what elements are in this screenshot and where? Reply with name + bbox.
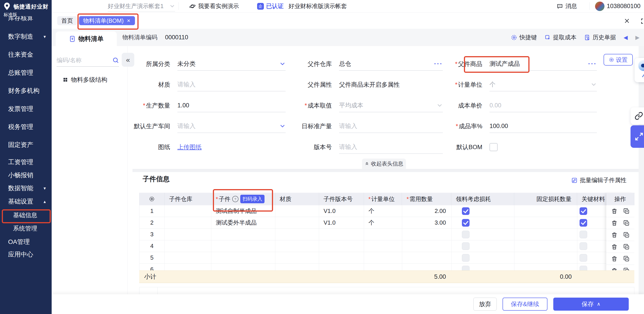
- close-icon[interactable]: [126, 18, 131, 23]
- cell-unit[interactable]: [364, 229, 402, 240]
- cell-material[interactable]: [275, 240, 319, 252]
- cell-unit[interactable]: [364, 252, 402, 264]
- expand-widget[interactable]: [630, 125, 644, 148]
- cell-sub-item[interactable]: [211, 252, 275, 264]
- prod-qty-input[interactable]: 1.00: [178, 99, 286, 112]
- delete-icon[interactable]: [611, 232, 618, 238]
- save-button[interactable]: 保存 ∧: [553, 298, 629, 311]
- key-material-checkbox[interactable]: [580, 242, 587, 250]
- cell-sub-warehouse[interactable]: [164, 217, 211, 229]
- collapse-panel-button[interactable]: «: [122, 53, 134, 67]
- cell-sub-item[interactable]: 测试自制半成品: [211, 205, 275, 217]
- cell-fixed-loss[interactable]: [514, 240, 577, 252]
- cell-fixed-loss[interactable]: [514, 205, 577, 217]
- sidebar-item-inventory-accounting[interactable]: 库存核算: [0, 16, 52, 24]
- version-input[interactable]: 请输入: [339, 140, 443, 154]
- history-docs-button[interactable]: 历史单据: [584, 34, 616, 41]
- account-set-select[interactable]: 好业财生产演示帐套1: [108, 1, 175, 12]
- key-material-checkbox[interactable]: [580, 254, 587, 262]
- scrollbar[interactable]: [638, 46, 644, 294]
- cell-sub-version[interactable]: V1.0: [319, 205, 364, 217]
- cell-req-qty[interactable]: 2.00: [402, 205, 452, 217]
- sidebar-item-receivables-funds[interactable]: 往来资金: [0, 49, 52, 60]
- loss-checkbox[interactable]: [462, 207, 470, 215]
- loss-checkbox[interactable]: [462, 219, 470, 227]
- material-input[interactable]: 请输入: [178, 78, 286, 92]
- key-material-checkbox[interactable]: [580, 219, 587, 227]
- cell-req-qty[interactable]: [402, 240, 452, 252]
- delete-icon[interactable]: [611, 220, 618, 226]
- sidebar-item-basic-info[interactable]: 基础信息: [0, 210, 52, 220]
- parent-product-picker[interactable]: 测试产成品 ···: [490, 57, 597, 71]
- unit-select[interactable]: 个: [490, 78, 597, 92]
- delete-icon[interactable]: [611, 256, 618, 262]
- key-material-checkbox[interactable]: [580, 231, 587, 238]
- sidebar-item-system-management[interactable]: 系统管理: [0, 223, 52, 234]
- cell-sub-version[interactable]: [319, 240, 364, 252]
- tab-home[interactable]: 首页: [57, 16, 77, 25]
- cell-sub-version[interactable]: [319, 252, 364, 264]
- cell-sub-warehouse[interactable]: [164, 229, 211, 240]
- sidebar-item-general-ledger[interactable]: 总账管理: [0, 68, 52, 78]
- cell-req-qty[interactable]: [402, 229, 452, 240]
- sidebar-item-invoice-management[interactable]: 发票管理: [0, 104, 52, 114]
- close-all-icon[interactable]: [624, 18, 630, 24]
- loss-checkbox[interactable]: [462, 254, 470, 262]
- category-select[interactable]: 未分类: [178, 57, 286, 71]
- sidebar-item-multi-org-finance[interactable]: 财务多机构: [0, 85, 52, 96]
- search-icon[interactable]: [112, 57, 119, 64]
- cell-material[interactable]: [275, 229, 319, 240]
- delete-icon[interactable]: [611, 244, 618, 250]
- sidebar-item-digital-manufacturing[interactable]: 数字制造▾: [0, 31, 52, 42]
- discard-button[interactable]: 放弃: [473, 298, 497, 311]
- workshop-select[interactable]: 请输入: [178, 120, 286, 133]
- fullscreen-icon[interactable]: [640, 18, 644, 24]
- sidebar-item-tax-management[interactable]: 税务管理: [0, 122, 52, 132]
- sidebar-item-data-intelligence[interactable]: 数据智能▾: [0, 183, 52, 194]
- cell-sub-item[interactable]: [211, 229, 275, 240]
- cost-price-input[interactable]: 0.00: [490, 99, 597, 112]
- parent-warehouse-picker[interactable]: 总仓 ···: [339, 57, 443, 71]
- cell-sub-item[interactable]: [211, 240, 275, 252]
- sidebar-item-oa-management[interactable]: OA管理: [0, 236, 52, 247]
- cell-unit[interactable]: [364, 240, 402, 252]
- column-settings-gear-icon[interactable]: [149, 196, 155, 202]
- sidebar-item-payroll[interactable]: 工资管理: [0, 157, 52, 168]
- cell-unit[interactable]: 个: [364, 217, 402, 229]
- cell-sub-version[interactable]: V1.0: [319, 217, 364, 229]
- upload-drawing-link[interactable]: 上传图纸: [178, 143, 202, 151]
- next-doc-icon[interactable]: ▶: [636, 34, 640, 41]
- cell-sub-warehouse[interactable]: [164, 205, 211, 217]
- sidebar-item-basic-settings[interactable]: 基础设置▴: [0, 196, 52, 207]
- save-continue-button[interactable]: 保存&继续: [502, 298, 548, 311]
- tree-item-multilevel-structure[interactable]: 物料多级结构: [63, 76, 107, 84]
- default-bom-checkbox[interactable]: [490, 143, 498, 151]
- extract-cost-button[interactable]: 提取成本: [544, 34, 576, 41]
- cell-req-qty[interactable]: [402, 252, 452, 264]
- sidebar-item-xiaochang-expense[interactable]: 小畅报销: [0, 170, 52, 180]
- tab-bom-active[interactable]: 物料清单(BOM): [79, 16, 135, 25]
- cost-method-select[interactable]: 平均成本: [339, 99, 443, 112]
- cell-sub-version[interactable]: [319, 229, 364, 240]
- yield-rate-input[interactable]: 100.00: [490, 120, 597, 133]
- cell-sub-warehouse[interactable]: [164, 240, 211, 252]
- cell-unit[interactable]: 个: [364, 205, 402, 217]
- loss-checkbox[interactable]: [462, 242, 470, 250]
- assistant-widget[interactable]: 小: [634, 58, 644, 82]
- settings-button[interactable]: 设置: [604, 54, 633, 66]
- cell-material[interactable]: [275, 217, 319, 229]
- cell-material[interactable]: [275, 252, 319, 264]
- sidebar-item-app-center[interactable]: 应用中心: [0, 249, 52, 260]
- cell-fixed-loss[interactable]: [514, 217, 577, 229]
- shortcut-keys-button[interactable]: 快捷键: [511, 34, 537, 41]
- daily-output-input[interactable]: 请输入: [339, 120, 443, 133]
- doc-tab-bom[interactable]: 物料清单: [56, 32, 117, 46]
- batch-edit-button[interactable]: 批量编辑子件属性: [571, 176, 626, 184]
- copy-add-icon[interactable]: [623, 244, 630, 250]
- cell-req-qty[interactable]: 3.00: [402, 217, 452, 229]
- messages-button[interactable]: 消息: [556, 0, 577, 12]
- cell-sub-warehouse[interactable]: [164, 252, 211, 264]
- cell-sub-item[interactable]: 测试委外半成品: [211, 217, 275, 229]
- cell-material[interactable]: [275, 205, 319, 217]
- more-icon[interactable]: ···: [588, 63, 597, 65]
